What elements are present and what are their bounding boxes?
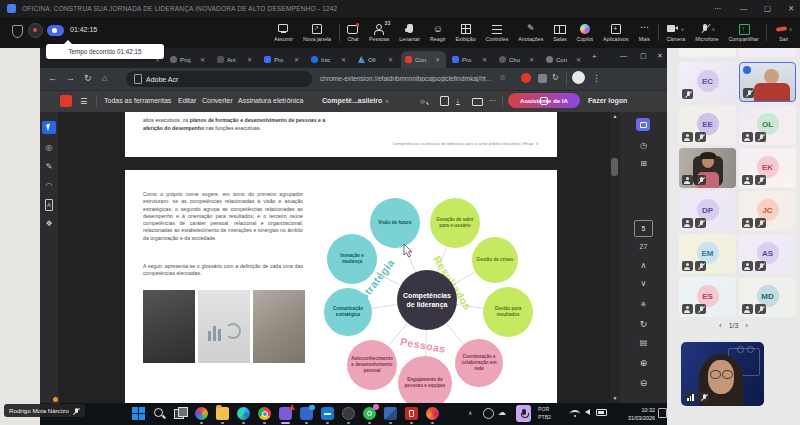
apps-button[interactable]: Aplicativos bbox=[599, 18, 633, 48]
do-not-disturb-app-icon[interactable] bbox=[321, 407, 334, 420]
acrobat-extension-icon[interactable] bbox=[521, 73, 531, 83]
home-icon[interactable]: ⌂ bbox=[102, 73, 107, 83]
view-settings-icon[interactable]: ✳ bbox=[620, 300, 667, 309]
mic-in-use-indicator[interactable] bbox=[516, 405, 531, 422]
maximize-button[interactable]: ▢ bbox=[764, 4, 771, 13]
fit-page-icon[interactable]: ▤ bbox=[620, 338, 667, 347]
participant-video-tile[interactable] bbox=[679, 148, 736, 188]
search-icon[interactable]: ○ bbox=[420, 97, 425, 106]
teams-icon[interactable] bbox=[300, 407, 313, 420]
scrollbar-thumb[interactable] bbox=[611, 158, 618, 176]
chrome-icon[interactable] bbox=[258, 407, 271, 420]
chrome-maximize-button[interactable]: ▢ bbox=[640, 52, 647, 60]
zoom-workplace-icon[interactable] bbox=[279, 407, 292, 420]
titlebar-more-icon[interactable]: ⋯ bbox=[714, 4, 722, 13]
react-button[interactable]: ☺Reagir bbox=[425, 18, 450, 48]
browser-tab-active[interactable]: Con✕ bbox=[401, 51, 446, 68]
back-icon[interactable]: ← bbox=[48, 73, 57, 83]
browser-tab[interactable]: Pro✕ bbox=[260, 51, 305, 68]
tab-close-icon[interactable]: ✕ bbox=[200, 56, 205, 63]
pdf-scrollbar[interactable] bbox=[610, 112, 620, 403]
history-clock-icon[interactable]: ◷ bbox=[620, 141, 667, 150]
copy-icon[interactable] bbox=[440, 96, 449, 106]
close-button[interactable]: ✕ bbox=[788, 4, 794, 13]
reload-icon[interactable]: ↻ bbox=[84, 73, 92, 83]
thumbnails-grid-icon[interactable]: ⊞ bbox=[620, 159, 667, 168]
participant-tile[interactable]: DP bbox=[679, 191, 736, 231]
acrobat-taskbar-icon[interactable] bbox=[405, 407, 418, 420]
browser-tab[interactable]: Ani✕ bbox=[213, 51, 258, 68]
record-button[interactable] bbox=[28, 23, 43, 38]
breakout-rooms-button[interactable]: Salas bbox=[549, 18, 571, 48]
participant-tile[interactable]: OL bbox=[739, 105, 796, 145]
comment-tool[interactable]: ◎ bbox=[42, 141, 56, 154]
browser-tab[interactable]: Inic✕ bbox=[307, 51, 352, 68]
sync-extension-icon[interactable]: ↻ bbox=[552, 73, 559, 83]
share-screen-button[interactable]: Compartilhar bbox=[724, 18, 763, 48]
select-tool[interactable] bbox=[42, 121, 56, 134]
next-page-icon[interactable]: ∨ bbox=[620, 279, 667, 288]
raise-hand-button[interactable]: Levantar bbox=[395, 18, 425, 48]
participant-tile[interactable]: MD bbox=[739, 277, 796, 317]
profile-avatar[interactable] bbox=[572, 71, 585, 84]
chevron-down-icon[interactable]: ∨ bbox=[789, 26, 793, 32]
taskbar-search-icon[interactable] bbox=[153, 407, 166, 420]
chrome-close-button[interactable]: ✕ bbox=[657, 52, 663, 60]
current-page-input[interactable]: 5 bbox=[634, 220, 653, 237]
stamp-tool[interactable]: ❖ bbox=[42, 217, 56, 230]
people-button[interactable]: 33Pessoas bbox=[365, 18, 394, 48]
chrome-minimize-button[interactable]: — bbox=[620, 52, 627, 59]
copilot-button[interactable]: Copilot bbox=[572, 18, 598, 48]
previous-page-chevron[interactable]: ‹ bbox=[719, 321, 722, 330]
acrobat-nav-icon[interactable]: ☰ bbox=[80, 97, 87, 106]
file-explorer-icon[interactable] bbox=[216, 407, 229, 420]
browser-tab[interactable]: Ofi✕ bbox=[354, 51, 399, 68]
leave-button[interactable]: ∨Sair bbox=[770, 18, 797, 48]
designer-app-icon[interactable] bbox=[195, 407, 208, 420]
url-text[interactable]: chrome-extension://efaidnbmnnnibpcajpcgl… bbox=[320, 75, 494, 82]
view-button[interactable]: Exibição bbox=[451, 18, 480, 48]
edge-icon[interactable] bbox=[237, 407, 250, 420]
acrobat-logo[interactable] bbox=[60, 95, 72, 107]
start-button[interactable] bbox=[132, 407, 145, 420]
controls-button[interactable]: Controles bbox=[481, 18, 513, 48]
tab-close-icon[interactable]: ✕ bbox=[247, 56, 252, 63]
tab-close-icon[interactable]: ✕ bbox=[388, 56, 393, 63]
annotations-button[interactable]: ✎Anotações bbox=[514, 18, 548, 48]
tab-close-icon[interactable]: ✕ bbox=[435, 56, 440, 63]
tab-close-icon[interactable]: ✕ bbox=[482, 56, 487, 63]
tab-close-icon[interactable]: ✕ bbox=[529, 56, 534, 63]
self-view-tile[interactable] bbox=[681, 342, 764, 406]
tab-close-icon[interactable]: ✕ bbox=[341, 56, 346, 63]
previous-page-icon[interactable]: ∧ bbox=[620, 261, 667, 270]
new-tab-button[interactable]: + bbox=[592, 52, 597, 61]
rotate-icon[interactable]: ↻ bbox=[620, 319, 667, 329]
zoom-out-icon[interactable]: ⊖ bbox=[620, 378, 667, 388]
draw-tool[interactable]: ◠ bbox=[42, 179, 56, 192]
microphone-button[interactable]: ∨Microfone bbox=[691, 18, 723, 48]
extension-icon[interactable] bbox=[538, 74, 547, 83]
participant-tile[interactable]: EM bbox=[679, 234, 736, 274]
sign-in-link[interactable]: Fazer logon bbox=[588, 97, 627, 104]
participant-video-tile[interactable] bbox=[739, 62, 796, 102]
volume-icon[interactable] bbox=[585, 409, 590, 415]
browser-tab[interactable]: Con✕ bbox=[542, 51, 587, 68]
security-shield-icon[interactable] bbox=[12, 25, 23, 38]
menu-all-tools[interactable]: Todas as ferramentas bbox=[104, 97, 171, 104]
participant-tile[interactable]: EK bbox=[739, 148, 796, 188]
browser-tab[interactable]: Chu✕ bbox=[495, 51, 540, 68]
bookmark-star-icon[interactable]: ☆ bbox=[499, 73, 506, 83]
tab-close-icon[interactable]: ✕ bbox=[294, 56, 299, 63]
participant-tile[interactable]: EE bbox=[679, 105, 736, 145]
more-button[interactable]: ⋯Mais bbox=[634, 18, 655, 48]
download-icon[interactable]: ↓ bbox=[456, 97, 460, 105]
browser-menu-icon[interactable]: ⋮ bbox=[592, 73, 601, 83]
text-box-tool[interactable]: A bbox=[42, 198, 56, 211]
office-app-icon[interactable] bbox=[426, 407, 439, 420]
ai-panel-icon[interactable] bbox=[636, 118, 650, 131]
tray-expand-icon[interactable]: ∧ bbox=[468, 409, 472, 416]
extension-chip[interactable]: Adobe Acr bbox=[126, 71, 312, 87]
chevron-down-icon[interactable]: ∨ bbox=[712, 26, 716, 32]
participant-tile[interactable]: EC bbox=[679, 62, 736, 102]
toolbar-more-icon[interactable]: ⋯ bbox=[489, 97, 496, 105]
